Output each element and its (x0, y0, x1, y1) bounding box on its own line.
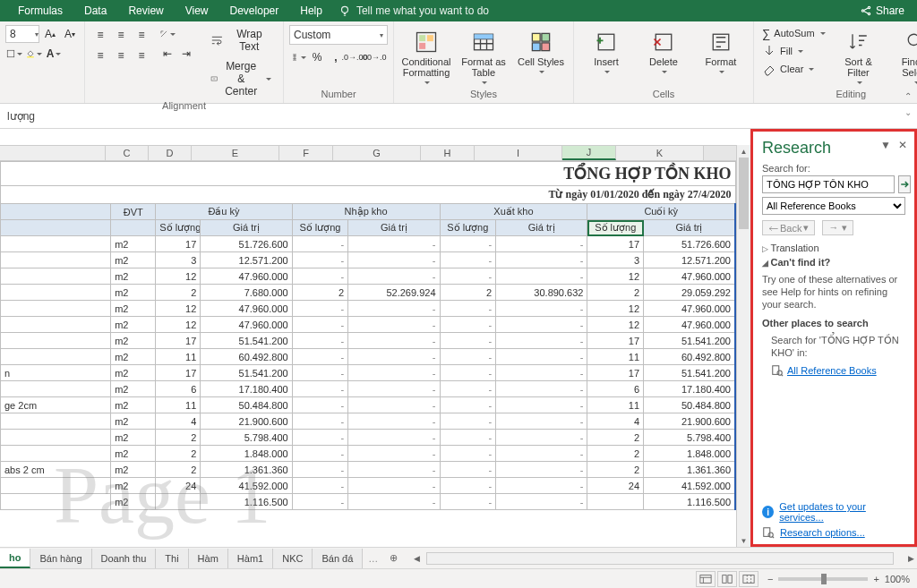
cell[interactable]: 1.361.360 (201, 462, 292, 478)
cell[interactable]: 17 (587, 236, 644, 252)
cell[interactable]: - (440, 413, 496, 430)
cell[interactable]: 51.541.200 (201, 365, 292, 381)
cell[interactable]: m2 (111, 365, 156, 381)
cell[interactable]: 1.848.000 (201, 446, 292, 462)
cell[interactable]: 21.900.600 (201, 413, 292, 430)
tell-me-search[interactable]: Tell me what you want to do (339, 4, 489, 17)
cell[interactable]: m2 (111, 446, 156, 462)
cell[interactable]: - (496, 413, 587, 430)
number-format-combo[interactable]: Custom▾ (289, 25, 388, 45)
cell[interactable] (1, 301, 111, 317)
fill-color-button[interactable] (25, 45, 43, 63)
increase-indent-button[interactable]: ⇥ (177, 45, 195, 63)
align-bottom-button[interactable]: ≡ (132, 25, 151, 45)
research-back-button[interactable]: 🡐 Back ▾ (762, 220, 815, 235)
cell[interactable]: - (292, 365, 348, 381)
cell[interactable]: ge 2cm (1, 397, 111, 413)
align-right-button[interactable]: ≡ (132, 46, 151, 65)
cell[interactable]: m2 (111, 252, 156, 268)
font-size-box[interactable]: 8▾ (5, 25, 39, 43)
cell[interactable]: 51.726.600 (644, 236, 735, 252)
clear-button[interactable]: Clear (759, 61, 817, 77)
page-layout-view-button[interactable] (717, 571, 737, 587)
cell[interactable]: - (440, 333, 496, 349)
conditional-formatting-button[interactable]: Conditional Formatting (399, 25, 453, 86)
cell[interactable]: abs 2 cm (1, 462, 111, 478)
cell[interactable]: m2 (111, 478, 156, 494)
format-cells-button[interactable]: Format (694, 25, 748, 75)
cell[interactable]: m2 (111, 397, 156, 413)
cell[interactable]: - (440, 381, 496, 397)
research-search-input[interactable] (762, 175, 895, 193)
cell[interactable]: m2 (111, 494, 156, 510)
cell[interactable]: 21.900.600 (644, 413, 735, 430)
share-button[interactable]: Share (860, 4, 904, 17)
ribbon-tab-data[interactable]: Data (73, 4, 117, 17)
cell[interactable]: 24 (156, 478, 201, 494)
cell[interactable]: 41.592.000 (201, 478, 292, 494)
cell[interactable]: m2 (111, 349, 156, 365)
cell[interactable]: 47.960.000 (201, 268, 292, 285)
sheet-tab-4[interactable]: Hàm (189, 549, 228, 568)
cell[interactable] (1, 268, 111, 285)
cell[interactable]: m2 (111, 236, 156, 252)
cell[interactable]: 12 (156, 301, 201, 317)
cell[interactable]: m2 (111, 462, 156, 478)
cell[interactable] (1, 252, 111, 268)
cell[interactable]: Giá trị (201, 220, 292, 236)
cell[interactable]: 2 (156, 285, 201, 301)
scroll-down-button[interactable]: ▼ (737, 534, 750, 547)
cell[interactable]: 12.571.200 (201, 252, 292, 268)
cell[interactable]: - (292, 268, 348, 285)
cell[interactable]: m2 (111, 413, 156, 430)
cell[interactable]: - (440, 301, 496, 317)
cell[interactable] (1, 204, 111, 220)
cell[interactable]: - (292, 252, 348, 268)
cell[interactable]: m2 (111, 381, 156, 397)
cell[interactable]: - (292, 317, 348, 333)
column-header-C[interactable]: C (106, 146, 149, 160)
cell[interactable]: 2 (156, 462, 201, 478)
cell[interactable]: - (348, 478, 440, 494)
column-header-left[interactable] (0, 146, 106, 160)
cell[interactable]: - (440, 494, 496, 510)
cell[interactable]: 2 (292, 285, 348, 301)
cell[interactable]: 11 (156, 397, 201, 413)
cell[interactable]: - (292, 462, 348, 478)
cell[interactable] (1, 381, 111, 397)
cell[interactable]: - (348, 349, 440, 365)
percent-format-button[interactable]: % (308, 48, 326, 66)
cell[interactable]: 11 (156, 349, 201, 365)
cell[interactable] (1, 285, 111, 301)
cell[interactable] (1, 430, 111, 446)
cell[interactable]: 1.848.000 (644, 446, 735, 462)
column-header-E[interactable]: E (192, 146, 279, 160)
cell[interactable] (1, 236, 111, 252)
ribbon-tab-review[interactable]: Review (117, 4, 174, 17)
more-sheets-button[interactable]: … (363, 553, 383, 564)
cell[interactable]: - (496, 430, 587, 446)
cell[interactable]: - (496, 446, 587, 462)
border-button[interactable] (5, 45, 23, 63)
cell[interactable] (1, 494, 111, 510)
all-reference-books-link[interactable]: All Reference Books (787, 365, 877, 376)
formula-bar[interactable]: lượng ⌄ (0, 104, 917, 129)
cell[interactable]: - (440, 349, 496, 365)
cell[interactable]: 6 (587, 381, 644, 397)
insert-cells-button[interactable]: Insert (579, 25, 633, 75)
cell[interactable]: m2 (111, 333, 156, 349)
cell[interactable]: Xuất kho (440, 204, 587, 220)
cell[interactable]: m2 (111, 301, 156, 317)
ribbon-tab-formulas[interactable]: Formulas (7, 4, 73, 17)
cell[interactable]: 47.960.000 (201, 301, 292, 317)
column-header-G[interactable]: G (333, 146, 421, 160)
cell[interactable]: Số lượng (440, 220, 496, 236)
cell[interactable]: ĐVT (111, 204, 156, 220)
cell[interactable]: 51.541.200 (201, 333, 292, 349)
cell[interactable]: - (292, 397, 348, 413)
cell[interactable]: Số lượng (587, 220, 644, 236)
cell[interactable]: - (292, 478, 348, 494)
column-header-I[interactable]: I (475, 146, 562, 160)
cell[interactable]: 50.484.800 (644, 397, 735, 413)
collapse-ribbon-button[interactable]: ⌃ (904, 91, 912, 101)
